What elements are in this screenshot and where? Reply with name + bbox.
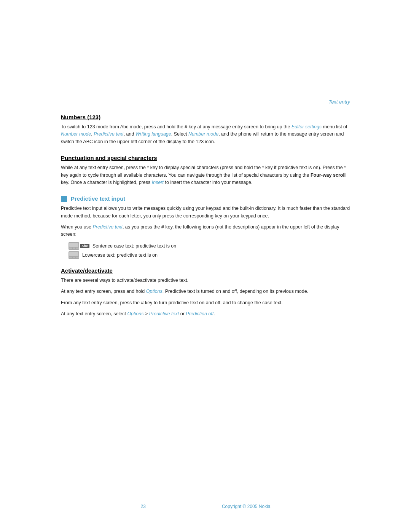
options-link2[interactable]: Options — [127, 311, 143, 316]
icon-box-1: Abc — [68, 242, 89, 250]
numbers-body: To switch to 123 mode from Abc mode, pre… — [61, 123, 350, 145]
icon2-label: Lowercase text: predictive text is on — [82, 252, 158, 258]
copyright-text: Copyright © 2005 Nokia — [222, 504, 271, 509]
predictive-text-link2[interactable]: Predictive text — [92, 224, 123, 230]
predictive-text-link3[interactable]: Predictive text — [149, 311, 179, 316]
punctuation-heading: Punctuation and special characters — [61, 155, 350, 161]
page-number: 23 — [141, 504, 146, 509]
page: Text entry Numbers (123) To switch to 12… — [0, 0, 411, 532]
insert-link[interactable]: Insert — [152, 180, 164, 185]
section-label: Text entry — [61, 99, 350, 105]
punctuation-section: Punctuation and special characters While… — [61, 155, 350, 186]
predictive-text-link1[interactable]: Predictive text — [94, 131, 124, 137]
prediction-off-link[interactable]: Prediction off — [186, 311, 213, 316]
blue-square-icon — [61, 196, 67, 202]
keypad-icon-1 — [68, 242, 79, 250]
activate-body3: From any text entry screen, press the # … — [61, 299, 350, 307]
svg-rect-1 — [69, 243, 78, 247]
activate-body4: At any text entry screen, select Options… — [61, 310, 350, 318]
icon-row-1: Abc Sentence case text: predictive text … — [68, 242, 350, 250]
icon1-label: Sentence case text: predictive text is o… — [92, 243, 176, 249]
svg-rect-2 — [69, 248, 72, 249]
numbers-section: Numbers (123) To switch to 123 mode from… — [61, 114, 350, 145]
page-footer: 23 Copyright © 2005 Nokia — [0, 504, 411, 509]
number-mode-link1[interactable]: Number mode — [61, 131, 91, 137]
writing-language-link[interactable]: Writing language — [135, 131, 171, 137]
svg-rect-7 — [69, 257, 72, 258]
predictive-body1: Predictive text input allows you to writ… — [61, 205, 350, 220]
abc-label-icon: Abc — [80, 244, 89, 248]
svg-rect-8 — [73, 257, 75, 258]
svg-rect-3 — [73, 248, 75, 249]
icon-row-2: Lowercase text: predictive text is on — [68, 251, 350, 259]
numbers-heading: Numbers (123) — [61, 114, 350, 120]
content-area: Text entry Numbers (123) To switch to 12… — [61, 0, 350, 352]
activate-heading: Activate/deactivate — [61, 267, 350, 274]
icon-box-2 — [68, 251, 79, 259]
options-link1[interactable]: Options — [146, 289, 162, 294]
section-label-text: Text entry — [328, 99, 350, 105]
editor-settings-link[interactable]: Editor settings — [292, 124, 322, 129]
punctuation-body: While at any text entry screen, press th… — [61, 164, 350, 186]
predictive-heading: Predictive text input — [61, 195, 350, 202]
predictive-section: Predictive text input Predictive text in… — [61, 195, 350, 259]
activate-body1: There are several ways to activate/deact… — [61, 277, 350, 284]
keypad-icon-2 — [68, 251, 79, 259]
svg-rect-6 — [69, 252, 78, 256]
activate-body2: At any text entry screen, press and hold… — [61, 288, 350, 295]
number-mode-link2[interactable]: Number mode — [188, 131, 218, 137]
predictive-body2: When you use Predictive text, as you pre… — [61, 224, 350, 238]
svg-rect-4 — [76, 248, 79, 249]
svg-rect-9 — [76, 257, 79, 258]
activate-section: Activate/deactivate There are several wa… — [61, 267, 350, 318]
